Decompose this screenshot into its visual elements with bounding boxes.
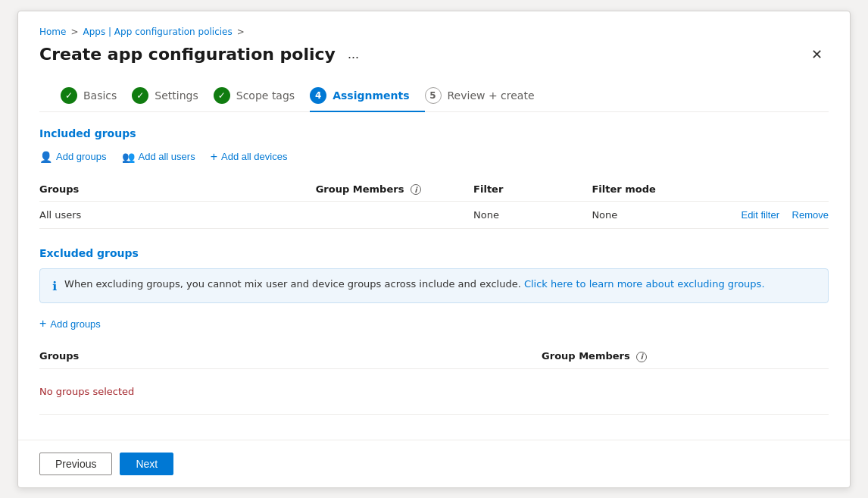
- breadcrumb-separator2: >: [237, 27, 245, 37]
- info-banner: ℹ When excluding groups, you cannot mix …: [39, 268, 829, 303]
- plus-icon-included: +: [211, 150, 217, 164]
- ellipsis-button[interactable]: ...: [343, 45, 364, 64]
- no-groups-text: No groups selected: [39, 377, 829, 406]
- step3-circle: ✓: [214, 87, 230, 104]
- info-banner-text: When excluding groups, you cannot mix us…: [64, 278, 764, 290]
- table-row: No groups selected: [39, 368, 829, 414]
- info-banner-icon: ℹ: [52, 279, 57, 293]
- edit-filter-button[interactable]: Edit filter: [741, 209, 779, 221]
- modal-footer: Previous Next: [18, 440, 850, 487]
- cell-actions: Edit filter Remove: [734, 202, 829, 229]
- cell-members: [316, 202, 473, 229]
- breadcrumb: Home > Apps | App configuration policies…: [39, 27, 829, 37]
- add-all-users-button[interactable]: 👥 Add all users: [122, 149, 195, 164]
- step-review-create[interactable]: 5 Review + create: [425, 80, 550, 111]
- page-title: Create app configuration policy: [39, 45, 336, 64]
- close-button[interactable]: ✕: [805, 45, 829, 64]
- excluded-groups-title: Excluded groups: [39, 247, 829, 259]
- add-groups-button-excluded[interactable]: + Add groups: [39, 315, 101, 332]
- plus-icon-excluded: +: [39, 317, 46, 330]
- step-assignments[interactable]: 4 Assignments: [310, 80, 424, 111]
- add-groups-button-included[interactable]: 👤 Add groups: [39, 149, 107, 164]
- cell-filter: None: [473, 202, 592, 229]
- breadcrumb-home[interactable]: Home: [39, 27, 66, 37]
- next-button[interactable]: Next: [120, 453, 173, 475]
- modal-header: Home > Apps | App configuration policies…: [18, 11, 850, 112]
- remove-button[interactable]: Remove: [792, 209, 829, 221]
- col-header-members-included: Group Members i: [316, 177, 473, 202]
- step5-circle: 5: [425, 87, 442, 104]
- step3-label: Scope tags: [236, 89, 295, 102]
- step4-circle: 4: [310, 87, 326, 104]
- title-row: Create app configuration policy ... ✕: [39, 45, 829, 64]
- modal-content: Included groups 👤 Add groups 👥 Add all u…: [18, 112, 850, 440]
- cell-filtermode: None: [592, 202, 734, 229]
- step-scope-tags[interactable]: ✓ Scope tags: [214, 80, 310, 111]
- col-header-groups-excluded: Groups: [39, 344, 542, 368]
- step4-label: Assignments: [333, 89, 409, 102]
- add-groups-label-included: Add groups: [56, 151, 107, 162]
- col-header-groups-included: Groups: [39, 177, 316, 202]
- step2-label: Settings: [155, 89, 198, 102]
- step1-label: Basics: [83, 89, 117, 102]
- breadcrumb-apps[interactable]: Apps | App configuration policies: [83, 27, 233, 37]
- no-groups-cell: No groups selected: [39, 368, 829, 414]
- people-icon: 👥: [122, 151, 135, 163]
- col-header-actions-included: [734, 177, 829, 202]
- excluded-groups-table: Groups Group Members i No groups selecte…: [39, 344, 829, 415]
- info-banner-link[interactable]: Click here to learn more about excluding…: [524, 278, 765, 290]
- excluded-action-bar: + Add groups: [39, 315, 829, 332]
- previous-button[interactable]: Previous: [39, 453, 112, 475]
- add-groups-label-excluded: Add groups: [50, 318, 101, 330]
- col-header-filter-included: Filter: [473, 177, 592, 202]
- step5-label: Review + create: [448, 89, 535, 102]
- title-left: Create app configuration policy ...: [39, 45, 364, 64]
- step2-circle: ✓: [132, 87, 148, 104]
- col-header-filtermode-included: Filter mode: [592, 177, 734, 202]
- info-icon-members-included: i: [411, 184, 421, 195]
- step-settings[interactable]: ✓ Settings: [132, 80, 213, 111]
- steps-bar: ✓ Basics ✓ Settings ✓ Scope tags 4 Assig…: [39, 80, 829, 112]
- add-all-users-label: Add all users: [139, 151, 195, 162]
- step-basics[interactable]: ✓ Basics: [61, 80, 132, 111]
- add-all-devices-button[interactable]: + Add all devices: [211, 149, 288, 165]
- included-action-bar: 👤 Add groups 👥 Add all users + Add all d…: [39, 149, 829, 165]
- table-row: All users None None Edit filter Remove: [39, 202, 829, 229]
- cell-group-name: All users: [39, 202, 316, 229]
- excluded-groups-section: Excluded groups ℹ When excluding groups,…: [39, 247, 829, 415]
- col-header-members-excluded: Group Members i: [542, 344, 829, 368]
- person-icon: 👤: [39, 151, 52, 163]
- step1-circle: ✓: [61, 87, 77, 104]
- modal-container: Home > Apps | App configuration policies…: [17, 11, 851, 488]
- add-all-devices-label: Add all devices: [221, 151, 287, 162]
- included-groups-table: Groups Group Members i Filter Filter mod…: [39, 177, 829, 230]
- info-icon-members-excluded: i: [636, 352, 647, 362]
- breadcrumb-separator1: >: [70, 27, 78, 37]
- included-groups-title: Included groups: [39, 127, 829, 139]
